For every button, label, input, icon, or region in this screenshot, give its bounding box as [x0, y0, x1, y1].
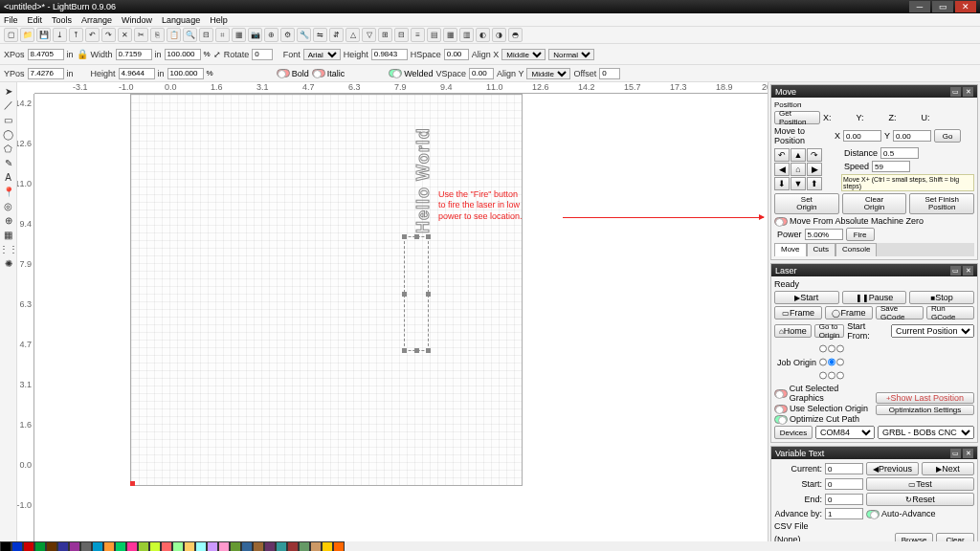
jog-up-icon[interactable]: ▲ — [791, 148, 806, 162]
tab-cuts[interactable]: Cuts — [807, 243, 835, 256]
selection-box[interactable] — [404, 236, 429, 351]
device-select[interactable]: GRBL - BOBs CNC — [878, 426, 974, 439]
bool1-icon[interactable]: ◐ — [476, 28, 490, 42]
clear-button[interactable]: Clear — [936, 533, 974, 541]
group-icon[interactable]: ⊞ — [378, 28, 392, 42]
color-swatch[interactable] — [253, 541, 264, 551]
normal-select[interactable]: Normal — [548, 49, 594, 60]
color-swatch[interactable] — [333, 541, 345, 551]
color-swatch[interactable] — [138, 541, 149, 551]
advance-input[interactable] — [825, 508, 863, 519]
set-finish-button[interactable]: Set Finish Position — [909, 193, 974, 214]
color-swatch[interactable] — [161, 541, 172, 551]
job-origin-grid[interactable] — [819, 342, 844, 382]
jog-z-down-icon[interactable]: ⬇ — [774, 177, 790, 190]
reset-button[interactable]: ↻ Reset — [866, 493, 974, 506]
edit-nodes-icon[interactable]: ✎ — [2, 156, 15, 169]
copy-icon[interactable]: ⎘ — [150, 28, 165, 42]
color-swatch[interactable] — [34, 541, 46, 551]
color-swatch[interactable] — [276, 541, 287, 551]
menu-arrange[interactable]: Arrange — [81, 15, 112, 25]
export-icon[interactable]: ⤒ — [69, 28, 83, 42]
zoom-in-icon[interactable]: 🔍 — [183, 28, 197, 42]
radial-tool-icon[interactable]: ✺ — [2, 256, 15, 270]
jog-right-icon[interactable]: ▶ — [807, 163, 822, 176]
italic-toggle[interactable] — [312, 69, 325, 77]
align2-icon[interactable]: ▤ — [427, 28, 441, 42]
aligny-select[interactable]: Middle — [526, 68, 570, 79]
home-button[interactable]: ⌂ Home — [774, 324, 812, 338]
line-tool-icon[interactable]: ／ — [2, 99, 15, 112]
text-tool-icon[interactable]: A — [2, 170, 15, 184]
color-swatch[interactable] — [126, 541, 138, 551]
menu-language[interactable]: Language — [162, 15, 200, 25]
cut-icon[interactable]: ✂ — [134, 28, 148, 42]
end-input[interactable] — [825, 494, 863, 505]
color-swatch[interactable] — [322, 541, 333, 551]
panel-close-icon[interactable]: ✕ — [963, 449, 973, 458]
font-select[interactable]: Arial — [303, 49, 341, 60]
menu-edit[interactable]: Edit — [28, 15, 43, 25]
close-button[interactable]: ✕ — [955, 1, 976, 12]
panel-float-icon[interactable]: ▭ — [950, 449, 961, 458]
ellipse-tool-icon[interactable]: ◯ — [2, 127, 15, 141]
align-icon[interactable]: ≡ — [411, 28, 425, 42]
handle-sw[interactable] — [402, 348, 407, 353]
next-button[interactable]: ▶ Next — [922, 462, 974, 475]
ypos-input[interactable] — [28, 68, 64, 79]
pause-button[interactable]: ❚❚ Pause — [842, 291, 907, 304]
pct-height[interactable] — [167, 68, 204, 79]
fire-button[interactable]: Fire — [846, 228, 875, 241]
start-from-select[interactable]: Current Position — [891, 324, 974, 338]
polygon-tool-icon[interactable]: ⬠ — [2, 142, 15, 155]
test-button[interactable]: ▭ Test — [866, 477, 974, 491]
color-swatch[interactable] — [46, 541, 57, 551]
minimize-button[interactable]: ─ — [909, 1, 930, 12]
triangle-down-icon[interactable]: ▽ — [362, 28, 376, 42]
save-icon[interactable]: 💾 — [36, 28, 51, 42]
start-button[interactable]: ▶ Start — [774, 291, 839, 304]
menu-tools[interactable]: Tools — [52, 15, 72, 25]
alignx-select[interactable]: Middle — [501, 49, 546, 60]
rotate-input[interactable] — [252, 49, 273, 60]
color-swatch[interactable] — [149, 541, 161, 551]
color-swatch[interactable] — [103, 541, 115, 551]
color-swatch[interactable] — [11, 541, 23, 551]
scale-icon[interactable]: ⤢ — [213, 50, 221, 59]
tab-console[interactable]: Console — [835, 243, 877, 256]
color-swatch[interactable] — [195, 541, 207, 551]
marker-tool-icon[interactable]: 📍 — [2, 185, 15, 198]
color-swatch[interactable] — [218, 541, 230, 551]
gear-icon[interactable]: ⚙ — [280, 28, 295, 42]
ungroup-icon[interactable]: ⊟ — [394, 28, 409, 42]
color-swatch[interactable] — [57, 541, 69, 551]
undo-icon[interactable]: ↶ — [85, 28, 100, 42]
prev-button[interactable]: ◀ Previous — [866, 462, 919, 475]
move-from-zero-toggle[interactable] — [774, 217, 788, 226]
grid-tool-icon[interactable]: ▦ — [2, 228, 15, 241]
handle-e[interactable] — [426, 292, 431, 297]
color-swatch[interactable] — [241, 541, 253, 551]
jog-ne-icon[interactable]: ↷ — [807, 148, 822, 162]
color-swatch[interactable] — [69, 541, 80, 551]
delete-icon[interactable]: ✕ — [118, 28, 132, 42]
height-input[interactable] — [119, 68, 155, 79]
color-swatch[interactable] — [172, 541, 184, 551]
run-gcode-button[interactable]: Run GCode — [926, 306, 974, 320]
color-swatch[interactable] — [184, 541, 195, 551]
weld-tool-icon[interactable]: ⊕ — [2, 213, 15, 227]
new-icon[interactable]: ▢ — [4, 28, 18, 42]
paste-icon[interactable]: 📋 — [167, 28, 181, 42]
go-button[interactable]: Go — [934, 129, 961, 143]
handle-ne[interactable] — [426, 234, 431, 239]
mirror-h-icon[interactable]: ⇋ — [313, 28, 327, 42]
com-select[interactable]: COM84 — [815, 426, 875, 439]
zoom-frame-icon[interactable]: ⌗ — [215, 28, 230, 42]
clear-origin-button[interactable]: Clear Origin — [842, 193, 907, 214]
xpos-input[interactable] — [28, 49, 64, 60]
color-swatch[interactable] — [310, 541, 322, 551]
handle-s[interactable] — [414, 348, 419, 353]
bold-toggle[interactable] — [277, 69, 290, 77]
wrench-icon[interactable]: 🔧 — [297, 28, 311, 42]
optimization-settings-button[interactable]: Optimization Settings — [876, 405, 974, 415]
